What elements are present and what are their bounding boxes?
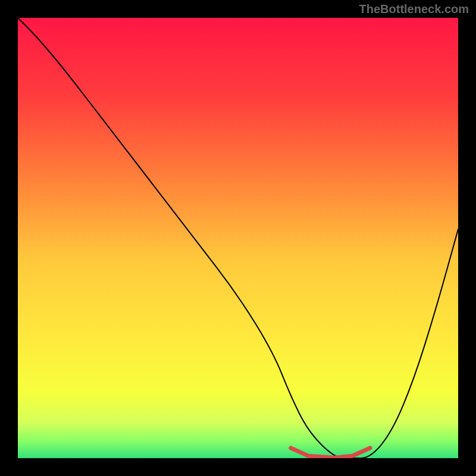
chart-container [18,18,458,458]
watermark-text: TheBottleneck.com [359,2,469,16]
gradient-background [18,18,458,458]
bottleneck-chart [18,18,458,458]
